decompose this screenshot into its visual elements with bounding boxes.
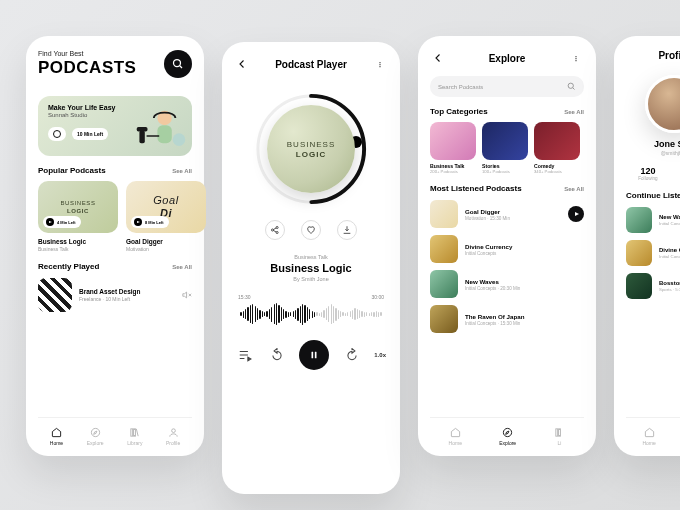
search-input[interactable]: Search Podcasts xyxy=(430,76,584,97)
card-title: Goal Digger xyxy=(126,238,206,245)
screen-home: Find Your Best PODCASTS Make Your Life E… xyxy=(26,36,204,456)
pause-icon xyxy=(309,350,319,360)
forward-button[interactable] xyxy=(343,346,361,364)
svg-rect-2 xyxy=(157,125,171,143)
list-item[interactable]: New WavesInitial Concepts xyxy=(626,207,680,233)
stat-following[interactable]: 120Following xyxy=(638,166,657,181)
nav-library[interactable]: Li xyxy=(553,426,565,446)
playlist-button[interactable] xyxy=(236,346,254,364)
svg-rect-20 xyxy=(558,428,560,435)
most-listened-heading: Most Listened Podcasts xyxy=(430,184,522,193)
nav-explore[interactable]: Explore xyxy=(499,426,516,446)
svg-rect-15 xyxy=(312,352,314,359)
profile-handle: @smithjhon xyxy=(626,150,680,156)
home-icon xyxy=(51,427,62,438)
recent-see-all[interactable]: See All xyxy=(172,264,192,270)
podcast-card[interactable]: BUSINESSLOGIC 4 Min Left Business Logic … xyxy=(38,181,118,252)
back-button[interactable] xyxy=(430,50,446,66)
more-icon: ⋮ xyxy=(573,55,580,61)
arrow-left-icon xyxy=(432,52,444,64)
svg-rect-16 xyxy=(315,352,317,359)
popular-heading: Popular Podcasts xyxy=(38,166,106,175)
search-button[interactable] xyxy=(164,50,192,78)
category-card[interactable]: Business Talk200+ Podcasts xyxy=(430,122,476,174)
play-icon xyxy=(134,218,142,226)
svg-point-18 xyxy=(504,428,512,436)
play-button[interactable] xyxy=(568,206,584,222)
time-total: 30:00 xyxy=(371,294,384,300)
list-item[interactable]: Bosston CSports · 5:30 M xyxy=(626,273,680,299)
nav-home[interactable]: Home xyxy=(642,426,655,446)
list-item[interactable]: The Raven Of JapanInitial Concepts · 15:… xyxy=(430,305,584,333)
download-icon xyxy=(342,225,352,235)
time-elapsed: 15:30 xyxy=(238,294,251,300)
back-button[interactable] xyxy=(234,56,250,72)
mute-icon[interactable] xyxy=(182,290,192,300)
svg-point-9 xyxy=(171,428,175,432)
list-item[interactable]: Divine CurInitial Concepts xyxy=(626,240,680,266)
download-button[interactable] xyxy=(337,220,357,240)
svg-rect-4 xyxy=(137,127,148,131)
nav-home[interactable]: Home xyxy=(50,426,63,446)
card-category: Business Talk xyxy=(38,246,118,252)
screen-player: Podcast Player ⋮ BUSINESSLOGIC Business … xyxy=(222,42,400,494)
compass-icon xyxy=(90,427,101,438)
list-item[interactable]: Divine CurrencyInitial Concepts xyxy=(430,235,584,263)
nav-home[interactable]: Home xyxy=(449,426,462,446)
screen-profile: Profile Jone Smi @smithjhon 120Following… xyxy=(614,36,680,456)
arrow-left-icon xyxy=(236,58,248,70)
svg-point-5 xyxy=(173,133,186,146)
pause-button[interactable] xyxy=(299,340,329,370)
popular-see-all[interactable]: See All xyxy=(172,168,192,174)
category-card[interactable]: Comedy340+ Podcasts xyxy=(534,122,580,174)
home-icon xyxy=(644,427,655,438)
banner-time-chip: 10 Min Left xyxy=(72,128,108,140)
library-icon xyxy=(554,427,565,438)
play-icon xyxy=(46,218,54,226)
nav-library[interactable]: Library xyxy=(127,426,142,446)
nav-explore[interactable]: Explore xyxy=(87,426,104,446)
svg-rect-3 xyxy=(139,131,144,144)
user-icon xyxy=(168,427,179,438)
banner-wave-chip[interactable] xyxy=(48,127,66,141)
svg-point-0 xyxy=(174,60,181,67)
card-title: Business Logic xyxy=(38,238,118,245)
featured-banner[interactable]: Make Your Life Easy Sunnah Studio 10 Min… xyxy=(38,96,192,156)
svg-point-6 xyxy=(91,428,99,436)
svg-rect-19 xyxy=(556,428,558,435)
track-title: Business Logic xyxy=(234,262,388,274)
waveform[interactable] xyxy=(234,302,388,326)
play-pill[interactable]: 8 Min Left xyxy=(131,216,169,228)
list-item[interactable]: Brand Asset Design Freelance · 10 Min Le… xyxy=(38,278,192,312)
home-title: PODCASTS xyxy=(38,58,136,78)
more-button[interactable]: ⋮ xyxy=(372,56,388,72)
like-button[interactable] xyxy=(301,220,321,240)
categories-see-all[interactable]: See All xyxy=(564,109,584,115)
avatar[interactable] xyxy=(645,75,680,133)
play-pill[interactable]: 4 Min Left xyxy=(43,216,81,228)
list-item-title: Brand Asset Design xyxy=(79,288,141,295)
category-card[interactable]: Stories100+ Podcasts xyxy=(482,122,528,174)
more-button[interactable]: ⋮ xyxy=(568,50,584,66)
card-category: Motivation xyxy=(126,246,206,252)
list-thumb xyxy=(38,278,72,312)
svg-point-17 xyxy=(568,83,573,88)
list-item[interactable]: Goal DiggerMotivation · 15:30 Min xyxy=(430,200,584,228)
podcast-card[interactable]: GoalDi 8 Min Left Goal Digger Motivation xyxy=(126,181,206,252)
page-title: Profile xyxy=(658,50,680,61)
track-category: Business Talk xyxy=(234,254,388,260)
page-title: Explore xyxy=(489,53,526,64)
profile-name: Jone Smi xyxy=(626,139,680,149)
progress-ring[interactable]: BUSINESSLOGIC xyxy=(252,90,370,208)
bottom-nav: Home Explore xyxy=(626,417,680,446)
share-button[interactable] xyxy=(265,220,285,240)
continue-heading: Continue Listening xyxy=(626,191,680,200)
rewind-button[interactable] xyxy=(268,346,286,364)
nav-profile[interactable]: Profile xyxy=(166,426,180,446)
search-icon xyxy=(567,82,576,91)
bottom-nav: Home Explore Li xyxy=(430,417,584,446)
most-see-all[interactable]: See All xyxy=(564,186,584,192)
share-icon xyxy=(270,225,280,235)
speed-button[interactable]: 1.0x xyxy=(374,352,386,358)
list-item[interactable]: New WavesInitial Concepts · 20:30 Min xyxy=(430,270,584,298)
